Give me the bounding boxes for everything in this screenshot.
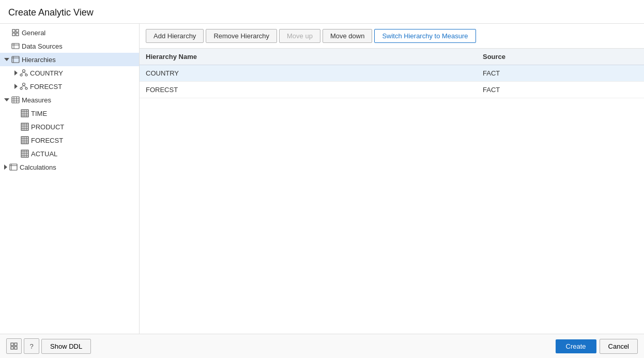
measures-expand-icon bbox=[4, 98, 9, 101]
footer-help-button[interactable]: ? bbox=[24, 338, 39, 354]
svg-point-16 bbox=[20, 87, 22, 90]
sidebar-item-calculations[interactable]: Calculations bbox=[0, 160, 139, 174]
footer-left: ? Show DDL bbox=[6, 338, 91, 354]
svg-rect-1 bbox=[16, 29, 19, 32]
svg-rect-0 bbox=[12, 29, 15, 32]
move-down-button[interactable]: Move down bbox=[323, 29, 372, 43]
svg-point-17 bbox=[25, 87, 27, 90]
general-icon bbox=[11, 28, 20, 37]
cancel-button[interactable]: Cancel bbox=[600, 339, 638, 354]
sidebar: General Data Sources Hierarchies bbox=[0, 24, 140, 334]
forecst-hierarchy-icon bbox=[20, 82, 28, 91]
sidebar-item-forecst-measure[interactable]: FORECST bbox=[0, 133, 139, 147]
calculations-icon bbox=[9, 163, 18, 171]
row-country-name: COUNTRY bbox=[146, 69, 483, 77]
svg-rect-57 bbox=[14, 343, 17, 346]
svg-line-19 bbox=[24, 86, 26, 88]
row-forecst-name: FORECST bbox=[146, 86, 483, 94]
sidebar-item-measures-label: Measures bbox=[22, 96, 51, 104]
sidebar-item-product[interactable]: PRODUCT bbox=[0, 120, 139, 133]
sidebar-item-calculations-label: Calculations bbox=[20, 163, 56, 171]
sidebar-item-datasources-label: Data Sources bbox=[22, 42, 63, 50]
forecst-expand-icon bbox=[14, 84, 18, 89]
svg-rect-3 bbox=[16, 33, 19, 36]
show-ddl-button[interactable]: Show DDL bbox=[41, 339, 91, 354]
sidebar-item-general-label: General bbox=[22, 29, 45, 37]
time-measure-icon bbox=[21, 109, 29, 117]
row-forecst-source: FACT bbox=[483, 86, 638, 94]
sidebar-item-country-label: COUNTRY bbox=[30, 69, 63, 77]
toolbar: Add Hierarchy Remove Hierarchy Move up M… bbox=[140, 24, 644, 49]
footer-grid-button[interactable] bbox=[6, 338, 22, 354]
general-expand bbox=[4, 29, 10, 36]
country-expand-icon bbox=[14, 70, 18, 76]
svg-line-18 bbox=[21, 86, 24, 88]
svg-point-11 bbox=[20, 74, 22, 76]
app-title: Create Analytic View bbox=[0, 0, 644, 24]
remove-hierarchy-button[interactable]: Remove Hierarchy bbox=[206, 29, 277, 43]
forecst-measure-icon bbox=[21, 136, 29, 144]
sidebar-item-time-label: TIME bbox=[31, 110, 47, 117]
datasource-icon bbox=[11, 42, 20, 50]
svg-rect-7 bbox=[12, 56, 19, 63]
svg-line-13 bbox=[21, 72, 24, 74]
sidebar-item-country[interactable]: COUNTRY bbox=[0, 66, 139, 80]
sidebar-item-hierarchies[interactable]: Hierarchies bbox=[0, 53, 139, 66]
footer-right: Create Cancel bbox=[556, 339, 638, 354]
content-area: Add Hierarchy Remove Hierarchy Move up M… bbox=[140, 24, 644, 334]
svg-rect-4 bbox=[12, 43, 19, 49]
svg-line-14 bbox=[24, 72, 26, 74]
country-hierarchy-icon bbox=[20, 69, 28, 77]
svg-point-15 bbox=[23, 83, 25, 86]
hierarchies-icon bbox=[11, 55, 20, 64]
sidebar-item-forecst-hierarchy-label: FORECST bbox=[30, 83, 62, 91]
sidebar-item-forecst-hierarchy[interactable]: FORECST bbox=[0, 80, 139, 93]
row-country-source: FACT bbox=[483, 69, 638, 77]
sidebar-item-product-label: PRODUCT bbox=[31, 123, 64, 131]
table-body: COUNTRY FACT FORECST FACT bbox=[140, 65, 644, 334]
grid-icon bbox=[10, 342, 18, 350]
svg-rect-2 bbox=[12, 33, 15, 36]
svg-rect-20 bbox=[12, 97, 19, 103]
table-row[interactable]: FORECST FACT bbox=[140, 82, 644, 98]
create-button[interactable]: Create bbox=[556, 339, 596, 353]
col-hierarchy-name: Hierarchy Name bbox=[146, 53, 483, 61]
svg-rect-53 bbox=[10, 164, 17, 170]
actual-measure-icon bbox=[21, 150, 29, 158]
footer: ? Show DDL Create Cancel bbox=[0, 334, 644, 358]
sidebar-item-actual[interactable]: ACTUAL bbox=[0, 147, 139, 160]
product-measure-icon bbox=[21, 123, 29, 131]
sidebar-item-time[interactable]: TIME bbox=[0, 107, 139, 120]
move-up-button[interactable]: Move up bbox=[279, 29, 320, 43]
svg-point-10 bbox=[23, 70, 25, 72]
col-source: Source bbox=[483, 53, 638, 61]
svg-point-12 bbox=[25, 74, 27, 76]
sidebar-item-general[interactable]: General bbox=[0, 26, 139, 39]
table-row[interactable]: COUNTRY FACT bbox=[140, 65, 644, 82]
svg-rect-58 bbox=[11, 347, 13, 349]
sidebar-item-data-sources[interactable]: Data Sources bbox=[0, 39, 139, 53]
svg-rect-59 bbox=[14, 347, 17, 349]
switch-hierarchy-button[interactable]: Switch Hierarchy to Measure bbox=[374, 29, 476, 43]
svg-rect-56 bbox=[11, 343, 13, 346]
hierarchies-expand-icon bbox=[4, 58, 9, 61]
sidebar-item-hierarchies-label: Hierarchies bbox=[22, 56, 56, 64]
measures-icon bbox=[11, 96, 20, 104]
table-header: Hierarchy Name Source bbox=[140, 49, 644, 65]
sidebar-item-measures[interactable]: Measures bbox=[0, 93, 139, 107]
sidebar-item-forecst-measure-label: FORECST bbox=[31, 137, 63, 144]
add-hierarchy-button[interactable]: Add Hierarchy bbox=[146, 29, 204, 43]
calculations-expand-icon bbox=[4, 165, 7, 170]
sidebar-item-actual-label: ACTUAL bbox=[31, 150, 57, 158]
help-icon: ? bbox=[29, 342, 33, 350]
datasource-expand bbox=[4, 43, 10, 49]
